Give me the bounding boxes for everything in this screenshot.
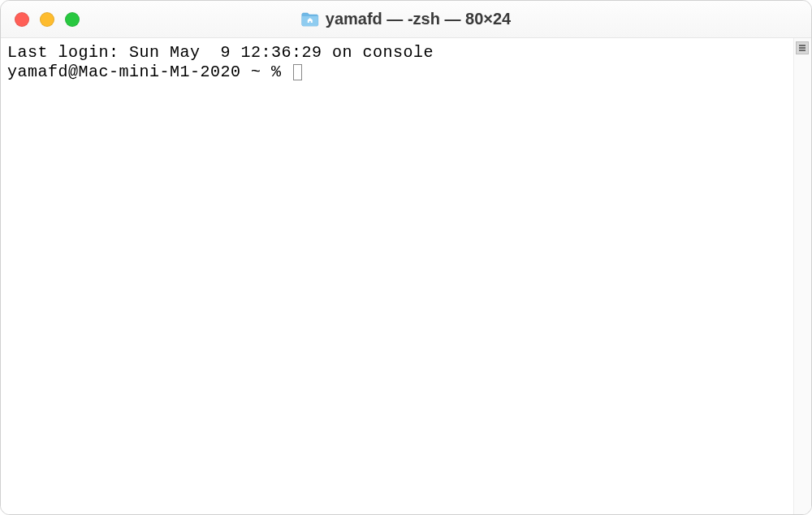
scrollbar-menu-icon[interactable] [796, 41, 809, 54]
terminal-window: yamafd — -zsh — 80×24 Last login: Sun Ma… [0, 0, 812, 515]
folder-home-icon [301, 12, 319, 27]
scrollbar[interactable] [793, 38, 811, 514]
zoom-button[interactable] [65, 12, 80, 27]
terminal-body: Last login: Sun May 9 12:36:29 on consol… [1, 38, 811, 514]
titlebar: yamafd — -zsh — 80×24 [1, 1, 811, 38]
terminal-content[interactable]: Last login: Sun May 9 12:36:29 on consol… [1, 38, 793, 514]
window-title-text: yamafd — -zsh — 80×24 [326, 10, 511, 28]
cursor-icon [293, 64, 302, 80]
minimize-button[interactable] [40, 12, 54, 27]
traffic-lights [1, 12, 80, 27]
window-title-group: yamafd — -zsh — 80×24 [301, 10, 511, 28]
prompt-line: yamafd@Mac-mini-M1-2020 ~ % [7, 63, 787, 82]
close-button[interactable] [15, 12, 29, 27]
prompt-text: yamafd@Mac-mini-M1-2020 ~ % [7, 63, 292, 82]
last-login-line: Last login: Sun May 9 12:36:29 on consol… [7, 43, 434, 62]
